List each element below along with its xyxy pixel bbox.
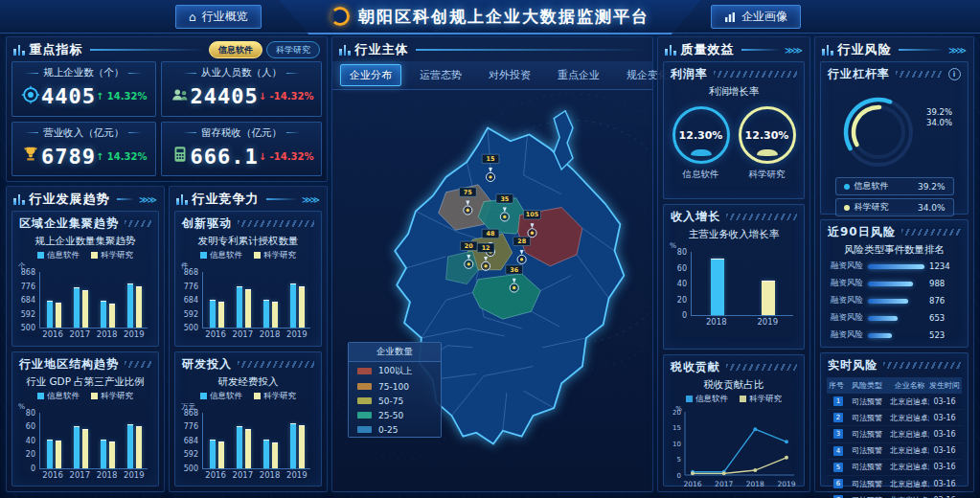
svg-text:15: 15 xyxy=(487,155,495,163)
hatch-decoration xyxy=(125,361,151,368)
metric-value-row: 6789↑ 14.32% xyxy=(18,140,149,174)
table-row-4[interactable]: 4司法预警北京启迪卓越科技有限公司03-16 xyxy=(827,443,962,460)
bar xyxy=(218,441,224,467)
table-row-5[interactable]: 5司法预警北京启迪卓越科技有限公司03-16 xyxy=(827,460,962,476)
table-row-1[interactable]: 1司法预警北京启迪卓越科技有限公司03-16 xyxy=(827,394,962,410)
y-tick-label: 776 xyxy=(14,283,35,291)
table-row-6[interactable]: 6司法预警北京启迪卓越科技有限公司03-16 xyxy=(827,476,962,492)
card-realtime-risk: 实时风险 序号风险类型企业名称发生时间 1司法预警北京启迪卓越科技有限公司03-… xyxy=(820,352,969,487)
bar xyxy=(82,290,88,328)
plot-area xyxy=(39,413,148,469)
leverage-donut-chart: 39.2%34.0% xyxy=(821,84,968,174)
title-plate: 朝阳区科创规上企业大数据监测平台 xyxy=(280,0,701,34)
svg-text:28: 28 xyxy=(517,238,526,245)
bar-group-2018 xyxy=(101,440,115,468)
realtime-risk-table: 序号风险类型企业名称发生时间 1司法预警北京启迪卓越科技有限公司03-162司法… xyxy=(827,377,962,482)
bar-group-2017 xyxy=(237,426,251,468)
row-seq-badge: 3 xyxy=(833,429,843,439)
more-arrows-icon[interactable] xyxy=(948,45,967,56)
panel-title: 重点指标 xyxy=(30,41,83,58)
panel-header-icon xyxy=(13,194,25,205)
table-col-header-3: 发生时间 xyxy=(929,380,960,391)
row-time: 03-16 xyxy=(929,414,960,422)
metric-value: 24405 xyxy=(191,84,259,108)
y-tick-label: 500 xyxy=(14,324,35,332)
legend-swatch xyxy=(37,252,44,259)
chart-title: 利润增长率 xyxy=(664,84,804,100)
table-row-2[interactable]: 2司法预警北京启迪卓越科技有限公司03-16 xyxy=(827,410,962,426)
metric-card-1[interactable]: 从业人员数（人）24405↓ -14.32% xyxy=(161,61,323,117)
bar xyxy=(47,301,53,328)
row-risk-type: 司法预警 xyxy=(852,413,890,423)
panel-header-icon xyxy=(339,45,351,56)
metric-toggle-1[interactable]: 科学研究 xyxy=(266,41,320,58)
bar-group-2018 xyxy=(711,259,724,315)
risk-bar-label: 融资风险 xyxy=(829,260,863,272)
risk-bar-value: 1234 xyxy=(929,261,960,271)
nav-industry-overview[interactable]: ⌂ 行业概览 xyxy=(175,5,262,29)
risk-bar-label: 融资风险 xyxy=(829,278,863,289)
district-map-area[interactable]: 1575351054828201236 企业数量 100以上75-10050-7… xyxy=(332,90,652,491)
header-divider xyxy=(416,49,647,51)
more-arrows-icon[interactable] xyxy=(785,45,803,56)
tab-对外投资[interactable]: 对外投资 xyxy=(480,65,539,85)
table-row-7[interactable]: 7司法预警北京启迪卓越科技有限公司03-16 xyxy=(827,492,962,498)
bar-group-2016 xyxy=(210,440,224,467)
bar-group-2019 xyxy=(127,283,142,328)
svg-text:2018: 2018 xyxy=(746,480,764,488)
section-header: 实时风险 xyxy=(821,353,968,375)
bar xyxy=(82,429,88,467)
x-tick-label: 2018 xyxy=(260,329,281,339)
map-legend-rows: 100以上75-10050-7525-500-25 xyxy=(349,362,441,437)
map-legend-row-0: 100以上 xyxy=(349,362,441,379)
more-arrows-icon[interactable] xyxy=(302,194,320,205)
more-arrows-icon[interactable] xyxy=(139,194,157,205)
bar xyxy=(210,300,216,328)
x-axis-labels: 20182019 xyxy=(691,317,793,327)
row-company-name: 北京启迪卓越科技有限公司 xyxy=(890,462,929,472)
map-legend-swatch xyxy=(357,383,372,390)
chart-card-gdp-share: 行业地区结构趋势 行业 GDP 占第三产业比例 信息软件科学研究 %020406… xyxy=(11,351,159,487)
section-title: 利润率 xyxy=(671,66,708,82)
risk-bar-fill xyxy=(868,299,908,304)
hatch-decoration xyxy=(883,362,961,369)
x-tick-label: 2016 xyxy=(42,329,63,339)
hatch-decoration xyxy=(901,229,961,236)
svg-text:0: 0 xyxy=(677,472,681,480)
hatch-decoration xyxy=(726,364,797,371)
panel-risk: 行业风险 行业杠杆率 39.2%34.0% 信息软件39.2%科学研究34.0%… xyxy=(814,36,974,492)
bar xyxy=(210,440,216,467)
panel-title: 质量效益 xyxy=(681,41,735,58)
bar-group-2017 xyxy=(74,287,88,328)
risk-bar-label: 融资风险 xyxy=(829,329,863,341)
people-icon xyxy=(170,84,191,109)
section-title: 收入增长 xyxy=(671,209,720,225)
table-col-header-2: 企业名称 xyxy=(890,380,929,391)
panel-industry-main-header: 行业主体 xyxy=(332,37,652,61)
tab-重点企业[interactable]: 重点企业 xyxy=(549,65,608,85)
map-legend-swatch xyxy=(357,397,372,404)
metric-toggle-0[interactable]: 信息软件 xyxy=(209,41,262,58)
top-bar: ⌂ 行业概览 朝阳区科创规上企业大数据监测平台 企业画像 xyxy=(0,0,980,34)
tab-运营态势[interactable]: 运营态势 xyxy=(411,65,470,85)
bar xyxy=(237,426,242,468)
x-tick-label: 2019 xyxy=(286,470,308,480)
metric-card-3[interactable]: 留存税收（亿元）666.1↓ -14.32% xyxy=(161,122,323,177)
metric-card-2[interactable]: 营业收入（亿元）6789↑ 14.32% xyxy=(11,122,156,177)
tab-企业分布[interactable]: 企业分布 xyxy=(340,64,401,86)
table-row-3[interactable]: 3司法预警北京启迪卓越科技有限公司03-16 xyxy=(827,426,962,442)
bar xyxy=(237,286,242,328)
main-grid: 重点指标 信息软件科学研究 规上企业数（个）4405↑ 14.32%从业人员数（… xyxy=(6,36,974,492)
chart-title: 税收贡献占比 xyxy=(664,377,804,393)
info-icon[interactable] xyxy=(948,68,961,80)
leverage-series-value: 34.0% xyxy=(918,203,946,213)
nav-enterprise-profile-label: 企业画像 xyxy=(741,9,787,25)
leverage-legend-item-0: 信息软件39.2% xyxy=(835,177,954,195)
leverage-legend: 信息软件39.2%科学研究34.0% xyxy=(821,174,968,219)
chart-title: 规上企业数量集聚趋势 xyxy=(12,234,158,249)
bar-group-2016 xyxy=(210,300,224,328)
y-tick-label: 868 xyxy=(177,268,198,277)
row-risk-type: 司法预警 xyxy=(852,396,890,407)
metric-card-0[interactable]: 规上企业数（个）4405↑ 14.32% xyxy=(11,61,156,117)
nav-enterprise-profile[interactable]: 企业画像 xyxy=(711,5,801,29)
